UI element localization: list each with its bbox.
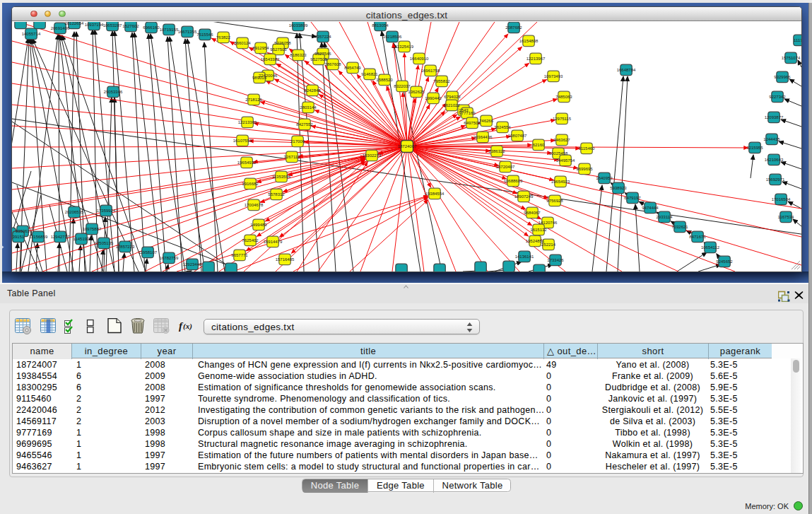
svg-text:746266: 746266 xyxy=(479,119,494,123)
svg-text:18907249: 18907249 xyxy=(514,194,534,199)
svg-text:20691406: 20691406 xyxy=(51,26,70,30)
svg-text:7357224: 7357224 xyxy=(314,35,331,39)
svg-text:1640953: 1640953 xyxy=(596,176,613,180)
svg-text:11325419: 11325419 xyxy=(395,45,414,49)
svg-text:15716485: 15716485 xyxy=(276,257,295,262)
svg-text:14495754: 14495754 xyxy=(556,158,575,163)
svg-text:9115460: 9115460 xyxy=(579,146,596,151)
svg-text:8912954: 8912954 xyxy=(252,46,269,50)
svg-text:18724007: 18724007 xyxy=(398,144,417,148)
svg-text:16914479: 16914479 xyxy=(264,240,283,244)
svg-text:12942737: 12942737 xyxy=(51,235,70,239)
svg-text:19218506: 19218506 xyxy=(383,35,402,39)
svg-text:15751074: 15751074 xyxy=(782,56,801,60)
svg-text:3215955: 3215955 xyxy=(746,146,763,150)
svg-text:8471676: 8471676 xyxy=(689,235,706,239)
svg-text:8813054: 8813054 xyxy=(372,23,389,28)
svg-text:17857223: 17857223 xyxy=(116,245,135,249)
svg-text:9463627: 9463627 xyxy=(553,138,570,142)
svg-text:16671355: 16671355 xyxy=(178,30,197,34)
svg-text:1527602: 1527602 xyxy=(122,24,139,28)
svg-text:19654932: 19654932 xyxy=(237,160,257,165)
svg-text:2718126: 2718126 xyxy=(245,98,262,102)
svg-text:935061: 935061 xyxy=(16,229,30,233)
svg-text:7515546: 7515546 xyxy=(196,33,213,37)
svg-text:12093877: 12093877 xyxy=(765,115,784,119)
svg-text:9756928: 9756928 xyxy=(546,199,563,203)
svg-text:1621022: 1621022 xyxy=(443,103,460,107)
svg-text:1145193: 1145193 xyxy=(73,237,90,241)
svg-text:10654112: 10654112 xyxy=(701,245,720,250)
svg-text:16782759: 16782759 xyxy=(160,256,179,260)
svg-text:17359924: 17359924 xyxy=(97,209,116,213)
svg-text:9527508: 9527508 xyxy=(310,57,327,62)
svg-text:3267110: 3267110 xyxy=(284,155,301,159)
svg-text:9699695: 9699695 xyxy=(576,167,593,171)
svg-text:62160: 62160 xyxy=(533,143,545,147)
svg-text:17016504: 17016504 xyxy=(772,197,791,201)
svg-text:20206535: 20206535 xyxy=(65,210,84,214)
svg-text:10937194: 10937194 xyxy=(85,23,104,27)
svg-text:217006: 217006 xyxy=(290,139,305,144)
svg-text:16543382: 16543382 xyxy=(261,57,280,62)
svg-text:16154808: 16154808 xyxy=(519,39,539,43)
svg-text:12213967: 12213967 xyxy=(526,57,546,61)
svg-text:2867608: 2867608 xyxy=(324,62,341,66)
svg-text:1990443: 1990443 xyxy=(425,96,442,100)
svg-text:14120746: 14120746 xyxy=(539,221,558,225)
svg-text:8322037: 8322037 xyxy=(394,84,411,88)
svg-text:7955812: 7955812 xyxy=(433,79,450,83)
svg-text:11174: 11174 xyxy=(794,38,801,42)
svg-text:8454749: 8454749 xyxy=(344,66,361,70)
svg-text:9227342: 9227342 xyxy=(769,95,786,99)
svg-text:2933114: 2933114 xyxy=(657,215,673,219)
svg-text:9146821: 9146821 xyxy=(361,72,378,76)
svg-text:3624554: 3624554 xyxy=(494,125,511,129)
svg-text:10025458: 10025458 xyxy=(549,151,568,156)
svg-text:10688609: 10688609 xyxy=(504,179,523,183)
svg-text:29053346: 29053346 xyxy=(104,90,123,94)
svg-text:16961758: 16961758 xyxy=(421,69,440,73)
svg-text:8186323: 8186323 xyxy=(290,53,307,57)
svg-text:252214: 252214 xyxy=(541,243,556,247)
svg-text:1244415: 1244415 xyxy=(763,137,780,141)
svg-text:1499483: 1499483 xyxy=(250,223,267,227)
svg-text:9329966: 9329966 xyxy=(774,75,791,79)
svg-text:(x): (x) xyxy=(183,322,192,331)
svg-text:6479197: 6479197 xyxy=(624,196,641,200)
svg-text:6966160: 6966160 xyxy=(143,25,160,30)
svg-text:2803144: 2803144 xyxy=(300,105,317,110)
svg-text:12156859: 12156859 xyxy=(29,235,48,239)
svg-text:12975115: 12975115 xyxy=(553,117,572,121)
svg-text:16648784: 16648784 xyxy=(617,68,636,72)
svg-text:1733426: 1733426 xyxy=(547,258,564,262)
svg-text:9242848: 9242848 xyxy=(304,88,321,93)
svg-text:20122654: 20122654 xyxy=(65,22,84,25)
svg-text:9527546: 9527546 xyxy=(314,52,331,56)
svg-text:16107553: 16107553 xyxy=(233,139,252,143)
svg-text:14136141: 14136141 xyxy=(515,255,534,259)
svg-text:763822: 763822 xyxy=(216,35,231,40)
svg-text:9777169: 9777169 xyxy=(459,111,476,115)
svg-text:5578312: 5578312 xyxy=(268,192,285,197)
svg-text:11958107: 11958107 xyxy=(139,250,158,255)
svg-text:16033809: 16033809 xyxy=(289,23,308,28)
svg-text:9527505: 9527505 xyxy=(270,47,287,52)
svg-text:1167534: 1167534 xyxy=(778,215,795,219)
svg-text:17004678: 17004678 xyxy=(245,203,264,207)
svg-text:8427552: 8427552 xyxy=(296,122,313,127)
svg-text:12923448: 12923448 xyxy=(183,262,202,267)
svg-text:2087682: 2087682 xyxy=(505,25,522,30)
svg-text:1362625: 1362625 xyxy=(408,90,425,94)
svg-text:9245652: 9245652 xyxy=(716,259,733,264)
svg-text:16640910: 16640910 xyxy=(410,57,429,61)
svg-text:15302273: 15302273 xyxy=(363,153,382,158)
svg-text:5938923: 5938923 xyxy=(610,186,627,190)
svg-text:989016: 989016 xyxy=(252,76,267,80)
svg-text:9474444: 9474444 xyxy=(642,206,659,210)
svg-text:10719155: 10719155 xyxy=(160,28,179,32)
svg-text:1588520: 1588520 xyxy=(376,78,393,82)
svg-text:1615132: 1615132 xyxy=(530,228,547,232)
svg-text:19384554: 19384554 xyxy=(425,192,445,196)
svg-text:7485063: 7485063 xyxy=(555,95,572,99)
